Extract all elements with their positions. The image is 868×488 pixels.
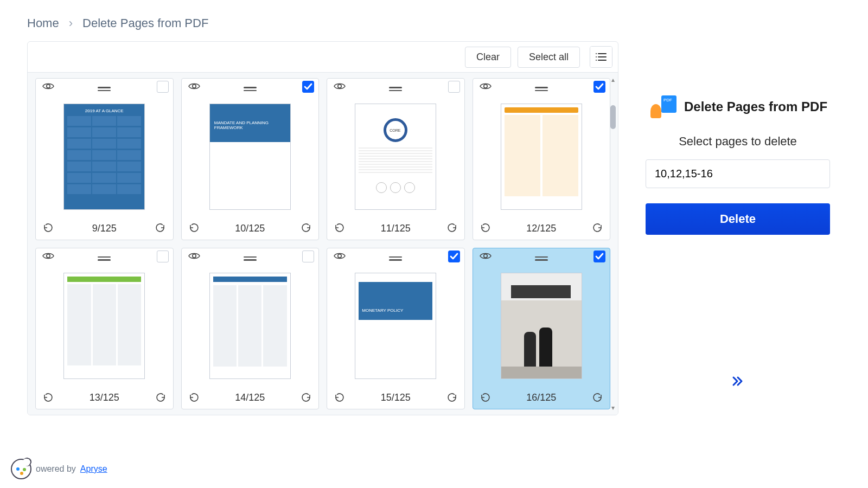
clear-button[interactable]: Clear [465,47,511,68]
page-viewer: Clear Select all 2019 AT A GLANCE9/125MA… [27,41,618,415]
rotate-ccw-button[interactable] [42,223,53,234]
page-card-11[interactable]: 11/125 [327,78,465,240]
rotate-cw-button[interactable] [301,223,312,234]
scrollbar[interactable]: ▴ ▾ [609,76,617,412]
svg-point-6 [47,85,50,88]
drag-handle-icon[interactable] [535,256,548,261]
page-card-14[interactable]: 14/125 [181,248,320,410]
page-number-label: 12/125 [526,223,556,234]
eye-icon[interactable] [334,82,346,91]
rotate-cw-button[interactable] [592,393,603,403]
drag-handle-icon[interactable] [535,87,548,91]
eye-icon[interactable] [42,252,54,260]
rotate-ccw-button[interactable] [334,223,344,234]
breadcrumb: Home › Delete Pages from PDF [0,0,868,41]
page-checkbox[interactable] [448,251,460,262]
page-thumbnail[interactable]: 2019 AT A GLANCE [36,95,173,219]
list-view-toggle[interactable] [590,47,612,67]
page-range-input[interactable] [646,159,830,188]
tool-icon [648,95,676,118]
rotate-ccw-button[interactable] [480,393,490,403]
page-number-label: 14/125 [235,392,265,403]
page-number-label: 16/125 [526,392,556,403]
delete-button[interactable]: Delete [646,203,830,235]
svg-point-13 [483,254,487,257]
drag-handle-icon[interactable] [244,87,257,91]
page-card-13[interactable]: 13/125 [35,248,174,410]
page-card-9[interactable]: 2019 AT A GLANCE9/125 [35,78,174,240]
page-thumbnail[interactable] [473,265,610,388]
page-card-12[interactable]: 12/125 [473,78,611,240]
scroll-down-icon: ▾ [611,404,615,412]
rotate-ccw-button[interactable] [188,393,199,403]
drag-handle-icon[interactable] [244,256,257,261]
page-number-label: 13/125 [90,392,119,403]
drag-handle-icon[interactable] [389,256,402,261]
breadcrumb-separator: › [69,16,73,30]
page-number-label: 15/125 [381,392,411,403]
page-thumbnail[interactable] [182,265,319,388]
page-checkbox[interactable] [448,81,460,93]
svg-point-10 [47,254,50,257]
drag-handle-icon[interactable] [389,87,402,91]
page-checkbox[interactable] [157,251,169,262]
page-card-10[interactable]: MANDATE AND PLANNING FRAMEWORK10/125 [181,78,320,240]
select-all-button[interactable]: Select all [518,47,580,68]
page-thumbnail[interactable]: MANDATE AND PLANNING FRAMEWORK [182,95,319,219]
scroll-up-icon: ▴ [611,76,615,84]
page-thumbnail[interactable] [327,95,464,219]
page-number-label: 9/125 [92,223,117,234]
page-checkbox[interactable] [593,81,605,93]
page-thumbnail[interactable] [473,95,610,219]
svg-point-11 [192,254,195,257]
footer: owered by Apryse [11,459,107,479]
side-panel-subtitle: Select pages to delete [679,134,797,149]
list-view-icon [595,52,607,62]
page-thumbnail[interactable]: MONETARY POLICY [327,265,464,388]
side-panel-title: Delete Pages from PDF [684,99,827,114]
page-number-label: 10/125 [235,223,265,234]
svg-point-9 [483,85,487,88]
brand-link[interactable]: Apryse [80,464,107,474]
rotate-ccw-button[interactable] [188,223,199,234]
eye-icon[interactable] [188,82,200,91]
eye-icon[interactable] [334,252,346,260]
eye-icon[interactable] [42,82,54,91]
page-checkbox[interactable] [593,251,605,262]
rotate-cw-button[interactable] [156,393,167,403]
drag-handle-icon[interactable] [98,256,111,261]
breadcrumb-home[interactable]: Home [27,16,59,30]
drag-handle-icon[interactable] [98,87,111,91]
rotate-cw-button[interactable] [301,393,312,403]
rotate-ccw-button[interactable] [480,223,490,234]
page-thumbnail[interactable] [36,265,173,388]
page-card-16[interactable]: 16/125 [473,248,611,410]
rotate-cw-button[interactable] [592,223,603,234]
page-checkbox[interactable] [157,81,169,93]
rotate-cw-button[interactable] [447,393,458,403]
collapse-panel-button[interactable] [732,376,744,387]
eye-icon[interactable] [188,252,200,260]
rotate-cw-button[interactable] [447,223,458,234]
rotate-ccw-button[interactable] [42,393,53,403]
viewer-toolbar: Clear Select all [28,42,618,73]
svg-point-8 [338,85,341,88]
breadcrumb-current: Delete Pages from PDF [82,16,208,30]
page-checkbox[interactable] [302,81,314,93]
page-checkbox[interactable] [302,251,314,262]
eye-icon[interactable] [480,252,492,260]
chevron-right-double-icon [732,376,744,387]
page-card-15[interactable]: MONETARY POLICY15/125 [327,248,465,410]
side-panel: Delete Pages from PDF Select pages to de… [635,41,841,415]
cookie-settings-button[interactable] [11,459,31,479]
rotate-cw-button[interactable] [155,223,166,234]
powered-by-label: owered by [36,464,76,474]
svg-point-7 [192,85,195,88]
rotate-ccw-button[interactable] [334,393,344,403]
svg-point-12 [338,254,341,257]
eye-icon[interactable] [480,82,492,91]
page-number-label: 11/125 [381,223,411,234]
